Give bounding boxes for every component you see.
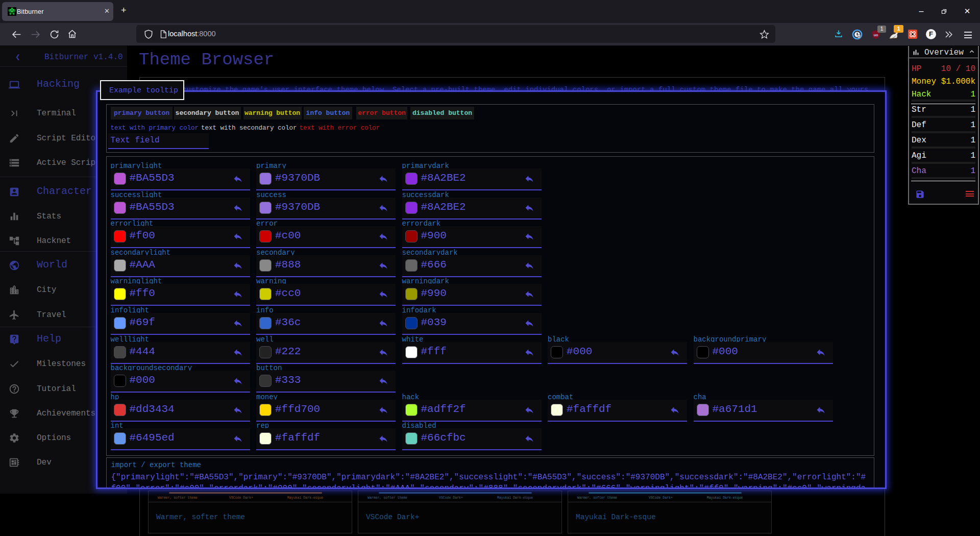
svg-text:uo: uo — [874, 33, 878, 37]
